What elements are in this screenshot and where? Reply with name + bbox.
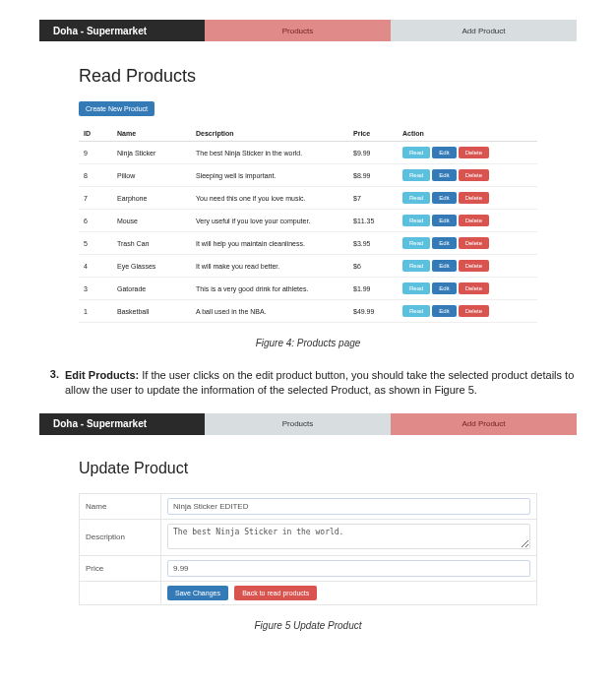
cell-name: Gatorade bbox=[112, 278, 191, 300]
read-button[interactable]: Read bbox=[402, 215, 430, 226]
navbar-fig5: Doha - Supermarket Products Add Product bbox=[39, 413, 577, 435]
back-to-products-button[interactable]: Back to read products bbox=[234, 586, 317, 600]
cell-name: Trash Can bbox=[112, 232, 191, 255]
cell-id: 5 bbox=[79, 232, 112, 255]
table-row: 6MouseVery useful if you love your compu… bbox=[79, 210, 537, 232]
edit-button[interactable]: Edit bbox=[432, 169, 456, 181]
create-new-product-button[interactable]: Create New Product bbox=[79, 101, 154, 116]
label-name: Name bbox=[80, 493, 161, 519]
step-label: Edit Products: bbox=[65, 369, 139, 381]
cell-name: Eye Glasses bbox=[112, 255, 191, 278]
table-row: 8PillowSleeping well is important.$8.99R… bbox=[79, 164, 537, 187]
cell-description: It will make you read better. bbox=[191, 255, 348, 278]
edit-button[interactable]: Edit bbox=[432, 147, 456, 158]
save-changes-button[interactable]: Save Changes bbox=[167, 586, 228, 600]
cell-price: $8.99 bbox=[348, 164, 398, 187]
th-id: ID bbox=[79, 126, 112, 142]
cell-id: 1 bbox=[79, 300, 112, 323]
read-button[interactable]: Read bbox=[402, 192, 430, 204]
read-button[interactable]: Read bbox=[402, 282, 430, 294]
cell-description: This is a very good drink for athletes. bbox=[191, 278, 348, 300]
th-price: Price bbox=[348, 126, 398, 142]
cell-name: Basketball bbox=[112, 300, 191, 323]
cell-price: $9.99 bbox=[348, 142, 398, 164]
table-row: 3GatoradeThis is a very good drink for a… bbox=[79, 278, 537, 300]
read-button[interactable]: Read bbox=[402, 169, 430, 181]
tab-add-product[interactable]: Add Product bbox=[391, 20, 577, 41]
delete-button[interactable]: Delete bbox=[459, 237, 489, 249]
cell-price: $7 bbox=[348, 187, 398, 210]
brand: Doha - Supermarket bbox=[39, 20, 205, 41]
cell-name: Mouse bbox=[112, 210, 191, 232]
th-description: Description bbox=[191, 126, 348, 142]
figure5-caption: Figure 5 Update Product bbox=[39, 620, 577, 631]
delete-button[interactable]: Delete bbox=[459, 305, 489, 317]
cell-name: Pillow bbox=[112, 164, 191, 187]
cell-name: Ninja Sticker bbox=[112, 142, 191, 164]
tab-products[interactable]: Products bbox=[205, 20, 391, 41]
cell-id: 8 bbox=[79, 164, 112, 187]
cell-id: 9 bbox=[79, 142, 112, 164]
th-name: Name bbox=[112, 126, 191, 142]
step-number: 3. bbox=[39, 368, 65, 399]
edit-button[interactable]: Edit bbox=[432, 282, 456, 294]
delete-button[interactable]: Delete bbox=[459, 282, 489, 294]
cell-price: $1.99 bbox=[348, 278, 398, 300]
cell-id: 3 bbox=[79, 278, 112, 300]
products-table: ID Name Description Price Action 9Ninja … bbox=[79, 126, 537, 323]
delete-button[interactable]: Delete bbox=[459, 169, 489, 181]
navbar-fig4: Doha - Supermarket Products Add Product bbox=[39, 20, 577, 41]
cell-price: $3.95 bbox=[348, 232, 398, 255]
cell-price: $6 bbox=[348, 255, 398, 278]
edit-button[interactable]: Edit bbox=[432, 215, 456, 226]
cell-description: Very useful if you love your computer. bbox=[191, 210, 348, 232]
instruction-step-3: 3. Edit Products: If the user clicks on … bbox=[39, 368, 577, 399]
cell-description: It will help you maintain cleanliness. bbox=[191, 232, 348, 255]
update-form: Name Description Price Save Changes Back… bbox=[79, 493, 537, 605]
table-row: 5Trash CanIt will help you maintain clea… bbox=[79, 232, 537, 255]
edit-button[interactable]: Edit bbox=[432, 237, 456, 249]
step-body: If the user clicks on the edit product b… bbox=[65, 369, 574, 396]
update-title: Update Product bbox=[79, 460, 537, 477]
name-field[interactable] bbox=[167, 498, 530, 515]
label-price: Price bbox=[80, 555, 161, 581]
cell-description: Sleeping well is important. bbox=[191, 164, 348, 187]
step-text: Edit Products: If the user clicks on the… bbox=[65, 368, 577, 399]
tab-add-product[interactable]: Add Product bbox=[391, 413, 577, 435]
cell-description: A ball used in the NBA. bbox=[191, 300, 348, 323]
label-description: Description bbox=[80, 519, 161, 555]
cell-id: 6 bbox=[79, 210, 112, 232]
read-button[interactable]: Read bbox=[402, 147, 430, 158]
price-field[interactable] bbox=[167, 560, 530, 577]
cell-id: 4 bbox=[79, 255, 112, 278]
delete-button[interactable]: Delete bbox=[459, 147, 489, 158]
edit-button[interactable]: Edit bbox=[432, 192, 456, 204]
cell-name: Earphone bbox=[112, 187, 191, 210]
table-row: 9Ninja StickerThe best Ninja Sticker in … bbox=[79, 142, 537, 164]
delete-button[interactable]: Delete bbox=[459, 215, 489, 226]
cell-description: You need this one if you love music. bbox=[191, 187, 348, 210]
brand: Doha - Supermarket bbox=[39, 413, 205, 435]
cell-price: $11.35 bbox=[348, 210, 398, 232]
th-action: Action bbox=[398, 126, 537, 142]
read-button[interactable]: Read bbox=[402, 237, 430, 249]
cell-description: The best Ninja Sticker in the world. bbox=[191, 142, 348, 164]
edit-button[interactable]: Edit bbox=[432, 305, 456, 317]
page-title: Read Products bbox=[79, 66, 537, 87]
table-row: 4Eye GlassesIt will make you read better… bbox=[79, 255, 537, 278]
cell-id: 7 bbox=[79, 187, 112, 210]
delete-button[interactable]: Delete bbox=[459, 260, 489, 272]
figure4-caption: Figure 4: Products page bbox=[39, 338, 577, 348]
delete-button[interactable]: Delete bbox=[459, 192, 489, 204]
read-button[interactable]: Read bbox=[402, 305, 430, 317]
tab-products[interactable]: Products bbox=[205, 413, 391, 435]
table-row: 1BasketballA ball used in the NBA.$49.99… bbox=[79, 300, 537, 323]
read-button[interactable]: Read bbox=[402, 260, 430, 272]
description-field[interactable] bbox=[167, 524, 530, 549]
cell-price: $49.99 bbox=[348, 300, 398, 323]
table-row: 7EarphoneYou need this one if you love m… bbox=[79, 187, 537, 210]
edit-button[interactable]: Edit bbox=[432, 260, 456, 272]
